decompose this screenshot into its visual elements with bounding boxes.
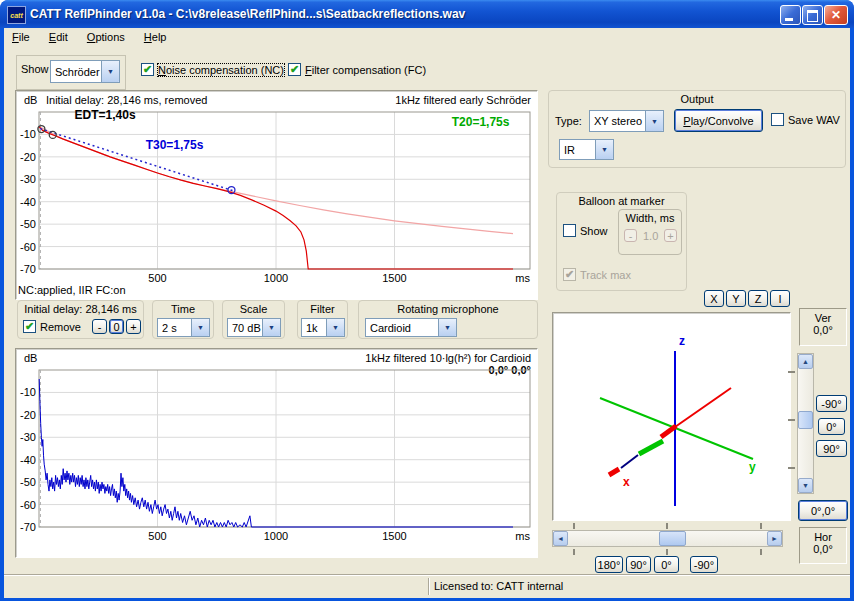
x-axis-line	[675, 388, 731, 427]
microphone-select-value: Cardioid	[366, 322, 438, 334]
ver-90-button[interactable]: 90°	[816, 440, 847, 457]
initial-delay-group: Initial delay: 28,146 ms ✔ Remove - 0 +	[17, 300, 144, 339]
y-tick-label: -10	[20, 386, 36, 398]
checkbox-check-icon: ✔	[771, 113, 784, 126]
view-z-button[interactable]: Z	[748, 290, 768, 307]
hor-180-button[interactable]: 180°	[595, 556, 623, 573]
delay-zero-button[interactable]: 0	[109, 319, 124, 334]
vertical-angle-scrollbar[interactable]	[797, 353, 814, 494]
filter-select[interactable]: 1k ▼	[301, 318, 345, 337]
menu-file[interactable]: File	[4, 28, 38, 45]
scroll-right-icon[interactable]	[767, 531, 782, 546]
save-wav-checkbox[interactable]: ✔ Save WAV	[771, 113, 840, 126]
ver-0-button[interactable]: 0°	[818, 418, 845, 435]
signal-select[interactable]: IR ▼	[559, 139, 614, 160]
menu-edit[interactable]: Edit	[41, 28, 76, 45]
series-regression-fit	[40, 129, 234, 192]
slider-tick	[788, 371, 795, 373]
balloon-width-group: Width, ms - 1.0 +	[618, 209, 682, 255]
rotating-microphone-title: Rotating microphone	[359, 303, 537, 315]
slider-tick	[666, 523, 668, 529]
maximize-button[interactable]	[802, 5, 823, 25]
remove-delay-checkbox[interactable]: ✔ Remove	[23, 320, 81, 333]
close-button[interactable]	[824, 5, 848, 25]
ver-minus90-button[interactable]: -90°	[816, 395, 847, 412]
scroll-down-icon[interactable]	[798, 478, 813, 493]
schroeder-chart-panel[interactable]: dB Initial delay: 28,146 ms, removed 1kH…	[15, 90, 538, 300]
scale-select[interactable]: 70 dB ▼	[227, 318, 281, 337]
chevron-down-icon[interactable]: ▼	[326, 319, 344, 336]
status-bar: Licensed to: CATT internal	[4, 574, 850, 598]
width-minus-button[interactable]: -	[624, 229, 637, 242]
axes-3d: z y x	[553, 313, 790, 520]
filter-group-title: Filter	[298, 303, 347, 315]
hor-value: 0,0°	[800, 543, 846, 555]
impulse-chart-panel[interactable]: dB 1kHz filtered 10·lg(h²) for Cardioid …	[15, 348, 538, 558]
menu-bar: File Edit Options Help	[4, 28, 850, 48]
x-tick-label: 1500	[382, 530, 406, 542]
view-x-button[interactable]: X	[704, 290, 724, 307]
microphone-select[interactable]: Cardioid ▼	[365, 318, 457, 337]
y-tick-label: -60	[20, 499, 36, 511]
chart-label: T30=1,75s	[146, 138, 204, 152]
x-tick-label: 1500	[382, 272, 406, 283]
top-chart-footnote: NC:applied, IIR FC:on	[18, 284, 126, 296]
app-icon: catt	[7, 6, 26, 24]
y-tick-label: -40	[20, 454, 36, 466]
hor-minus90-button[interactable]: -90°	[690, 556, 718, 573]
checkbox-check-icon: ✔	[23, 320, 36, 333]
chevron-down-icon[interactable]: ▼	[191, 319, 209, 336]
slider-tick	[760, 549, 762, 555]
impulse-chart[interactable]: 50010001500-10-20-30-40-50-60-70ms	[16, 349, 535, 549]
menu-help[interactable]: Help	[136, 28, 175, 45]
title-bar[interactable]: catt CATT ReflPhinder v1.0a - C:\v8relea…	[0, 0, 854, 28]
y-tick-label: -70	[20, 521, 36, 533]
delay-plus-button[interactable]: +	[126, 319, 141, 334]
balloon-3d-view[interactable]: z y x	[552, 312, 791, 521]
show-select[interactable]: Schröder ▼	[50, 60, 120, 83]
width-plus-button[interactable]: +	[664, 229, 677, 242]
axis-tail-segment	[621, 455, 638, 468]
horizontal-scroll-thumb[interactable]	[659, 531, 686, 546]
initial-delay-title: Initial delay: 28,146 ms	[18, 303, 143, 315]
ver-label: Ver	[800, 312, 846, 324]
schroeder-chart[interactable]: 50010001500-10-20-30-40-50-60-70msEDT=1,…	[16, 91, 535, 283]
maximize-icon	[807, 10, 818, 22]
minimize-button[interactable]	[780, 5, 801, 25]
menu-options[interactable]: Options	[79, 28, 133, 45]
scroll-left-icon[interactable]	[553, 531, 568, 546]
output-type-select[interactable]: XY stereo ▼	[589, 110, 664, 132]
filter-group: Filter 1k ▼	[297, 300, 348, 339]
play-convolve-button[interactable]: Play/Convolve	[674, 109, 763, 132]
x-tick-label: 500	[148, 272, 166, 283]
chevron-down-icon[interactable]: ▼	[262, 319, 280, 336]
scale-group-title: Scale	[223, 303, 284, 315]
balloon-show-checkbox[interactable]: ✔ Show	[563, 224, 608, 237]
track-max-checkbox[interactable]: ✔ Track max	[563, 268, 631, 281]
marker-width-segment	[639, 441, 663, 454]
checkbox-check-icon: ✔	[563, 268, 576, 281]
noise-compensation-checkbox[interactable]: ✔ Noise compensation (NC)	[141, 63, 284, 76]
chevron-down-icon[interactable]: ▼	[101, 61, 119, 82]
chevron-down-icon[interactable]: ▼	[438, 319, 456, 336]
filter-compensation-checkbox[interactable]: ✔ Filter compensation (FC)	[288, 63, 426, 76]
x-axis-unit: ms	[515, 272, 530, 283]
time-select[interactable]: 2 s ▼	[157, 318, 210, 337]
reset-angles-button[interactable]: 0°,0°	[798, 500, 848, 521]
signal-select-value: IR	[560, 144, 595, 156]
view-i-button[interactable]: I	[770, 290, 790, 307]
x-axis-label: x	[623, 475, 630, 489]
view-y-button[interactable]: Y	[726, 290, 746, 307]
y-tick-label: -20	[20, 151, 36, 163]
chevron-down-icon[interactable]: ▼	[645, 111, 663, 131]
scroll-up-icon[interactable]	[798, 354, 813, 369]
y-tick-label: -10	[20, 128, 36, 140]
hor-0-button[interactable]: 0°	[654, 556, 679, 573]
delay-minus-button[interactable]: -	[92, 319, 107, 334]
balloon-width-title: Width, ms	[619, 212, 681, 224]
chevron-down-icon[interactable]: ▼	[595, 140, 613, 159]
balloon-group-title: Balloon at marker	[557, 195, 686, 207]
hor-90-button[interactable]: 90°	[626, 556, 651, 573]
horizontal-angle-scrollbar[interactable]	[552, 530, 783, 547]
vertical-scroll-thumb[interactable]	[798, 411, 813, 429]
